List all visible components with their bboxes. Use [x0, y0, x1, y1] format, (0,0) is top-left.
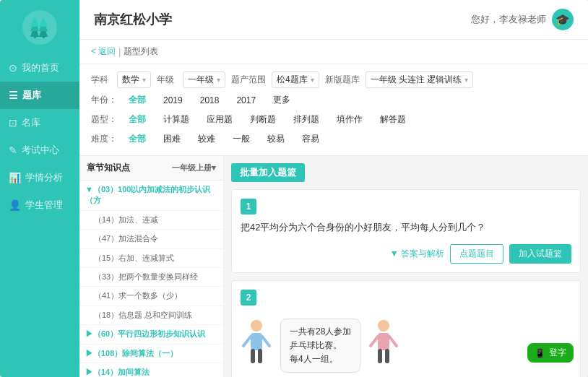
- school-title: 南京红松小学: [94, 11, 172, 28]
- range-select[interactable]: 一年级 头连注 逻辑训练 ▾: [366, 72, 474, 88]
- tree-item-3[interactable]: （15）右加、连减算式: [79, 249, 223, 268]
- svg-rect-19: [378, 349, 382, 363]
- questions-icon: ☰: [9, 90, 18, 101]
- filter-row-3: 题型： 全部 计算题 应用题 判断题 排列题 填作作 解答题: [91, 112, 576, 127]
- tree-item-9[interactable]: ▶（14）加间算法: [79, 363, 223, 377]
- sidebar-item-analysis[interactable]: 📊 学情分析: [0, 164, 79, 191]
- left-panel-header: 章节知识点 一年级上册▾: [79, 156, 223, 181]
- panel-title: 批量加入题篮: [231, 163, 305, 182]
- left-panel: 章节知识点 一年级上册▾ ▼（03）100以内加减法的初步认识（方 （14）加法…: [79, 156, 224, 377]
- greeting-text: 您好，李友禄老师: [471, 13, 546, 26]
- sidebar-item-analysis-label: 学情分析: [25, 171, 63, 184]
- scope-select[interactable]: 松4题库 ▾: [272, 72, 319, 88]
- sidebar-item-exam-label: 考试中心: [22, 144, 59, 157]
- tree-item-1-label: （14）加法、连减: [94, 215, 158, 224]
- breadcrumb: < 返回 | 题型列表: [79, 40, 588, 64]
- chapter-label: 章节知识点: [87, 162, 130, 174]
- grade-dropdown[interactable]: 一年级上册▾: [172, 162, 216, 173]
- svg-point-9: [251, 320, 262, 332]
- tree-item-1[interactable]: （14）加法、连减: [79, 211, 223, 230]
- tree-item-5[interactable]: （41）求一个数多（少）: [79, 287, 223, 306]
- tree-item-4[interactable]: （33）把两个数量变换同样经: [79, 268, 223, 287]
- svg-point-0: [22, 10, 57, 45]
- year-label: 年份：: [91, 94, 117, 106]
- type-tag-2[interactable]: 应用题: [201, 112, 238, 127]
- tree-item-8[interactable]: ▶（108）除间算法（一）: [79, 344, 223, 363]
- question-text-1: 把42平均分为六个合身份的小好朋友，平均每人分到几个？: [241, 220, 571, 235]
- tree-item-6[interactable]: （18）信息题 总和空间训练: [79, 306, 223, 325]
- filter-row-4: 难度： 全部 困难 较难 一般 较易 容易: [91, 131, 576, 147]
- sidebar-item-library-label: 名库: [22, 116, 40, 129]
- analysis-icon: 📊: [9, 172, 21, 183]
- type-tag-0[interactable]: 全部: [123, 112, 152, 127]
- exam-icon: ✎: [9, 144, 17, 156]
- diff-tag-5[interactable]: 容易: [296, 131, 325, 147]
- tree-item-3-label: （15）右加、连减算式: [94, 254, 174, 262]
- type-tag-1[interactable]: 计算题: [157, 112, 195, 127]
- svg-rect-16: [378, 333, 389, 350]
- scope-value: 松4题库: [277, 74, 308, 86]
- main-area: 南京红松小学 您好，李友禄老师 🎓 < 返回 | 题型列表 学科: [79, 0, 588, 377]
- tree-item-7[interactable]: ▶（60）平行四边形初步知识认识: [79, 325, 223, 344]
- subject-select[interactable]: 数学 ▾: [117, 72, 151, 88]
- grade-value: 一年级: [188, 74, 214, 86]
- svg-line-12: [262, 337, 269, 346]
- tree-item-2-label: （47）加法混合令: [94, 234, 158, 243]
- year-tag-more[interactable]: 更多: [267, 92, 296, 108]
- add-btn-1[interactable]: 加入试题篮: [509, 244, 571, 264]
- sidebar: ⊙ 我的首页 ☰ 题库 ⊡ 名库 ✎ 考试中心 📊 学情分析 👤 学生管理: [0, 0, 79, 377]
- diff-tag-0[interactable]: 全部: [123, 131, 152, 147]
- tree-item-0-label: ▼（03）100以内加减法的初步认识（方: [85, 185, 210, 204]
- wechat-badge[interactable]: 📱 登字: [527, 343, 574, 363]
- year-tag-0[interactable]: 全部: [123, 92, 152, 108]
- wrong-btn-1[interactable]: 点题题目: [450, 244, 503, 264]
- header: 南京红松小学 您好，李友禄老师 🎓: [79, 0, 588, 40]
- type-tag-3[interactable]: 判断题: [244, 112, 282, 127]
- subject-label: 学科: [91, 74, 111, 86]
- year-tag-3[interactable]: 2017: [230, 94, 261, 107]
- wechat-icon: 📱: [535, 348, 545, 358]
- user-avatar: 🎓: [552, 9, 574, 30]
- type-tag-4[interactable]: 排列题: [287, 112, 325, 127]
- scope-arrow: ▾: [311, 76, 314, 84]
- diff-tag-1[interactable]: 困难: [157, 131, 186, 147]
- app-container: ⊙ 我的首页 ☰ 题库 ⊡ 名库 ✎ 考试中心 📊 学情分析 👤 学生管理: [0, 0, 588, 377]
- question-actions-1: ▼ 答案与解析 点题题目 加入试题篮: [241, 244, 571, 264]
- library-icon: ⊡: [9, 117, 17, 129]
- avatar-icon: 🎓: [555, 13, 570, 27]
- svg-rect-20: [385, 349, 389, 363]
- expand-btn-1[interactable]: ▼ 答案与解析: [390, 248, 444, 260]
- current-page: 题型列表: [124, 46, 158, 58]
- content-area: < 返回 | 题型列表 学科 数学 ▾ 年级 一年级 ▾: [79, 40, 588, 377]
- type-tag-6[interactable]: 解答题: [374, 112, 412, 127]
- diff-label: 难度：: [91, 133, 117, 145]
- question-card-1: 1 把42平均分为六个合身份的小好朋友，平均每人分到几个？ ▼ 答案与解析 点题…: [231, 189, 581, 273]
- diff-tag-3[interactable]: 一般: [227, 131, 256, 147]
- question-card-2: 2: [231, 280, 581, 377]
- sidebar-item-home[interactable]: ⊙ 我的首页: [0, 54, 79, 82]
- svg-point-15: [378, 320, 389, 332]
- right-panel-header: 批量加入题篮: [231, 163, 581, 182]
- sidebar-item-students[interactable]: 👤 学生管理: [0, 191, 79, 219]
- speech-line-3: 每4人一组。: [290, 352, 351, 366]
- grade-arrow: ▾: [217, 76, 220, 84]
- diff-tag-2[interactable]: 较难: [192, 131, 221, 147]
- type-tag-5[interactable]: 填作作: [331, 112, 368, 127]
- tree-item-5-label: （41）求一个数多（少）: [94, 291, 182, 300]
- year-tag-2[interactable]: 2018: [194, 94, 225, 107]
- sidebar-item-exam[interactable]: ✎ 考试中心: [0, 136, 79, 164]
- svg-line-18: [389, 337, 397, 346]
- sidebar-item-library[interactable]: ⊡ 名库: [0, 109, 79, 136]
- tree-item-2[interactable]: （47）加法混合令: [79, 230, 223, 248]
- sidebar-item-questions[interactable]: ☰ 题库: [0, 82, 79, 109]
- question-number-2: 2: [241, 290, 256, 306]
- range-label: 新版题库: [325, 74, 360, 86]
- tree-item-0[interactable]: ▼（03）100以内加减法的初步认识（方: [79, 181, 223, 211]
- main-content: 章节知识点 一年级上册▾ ▼（03）100以内加减法的初步认识（方 （14）加法…: [79, 156, 588, 377]
- user-info: 您好，李友禄老师 🎓: [471, 9, 574, 30]
- back-link[interactable]: < 返回: [91, 46, 116, 58]
- year-tag-1[interactable]: 2019: [157, 94, 189, 107]
- speech-bubble: 一共有28人参加 乒乓球比赛。 每4人一组。: [280, 318, 360, 373]
- grade-select[interactable]: 一年级 ▾: [183, 72, 225, 88]
- diff-tag-4[interactable]: 较易: [261, 131, 290, 147]
